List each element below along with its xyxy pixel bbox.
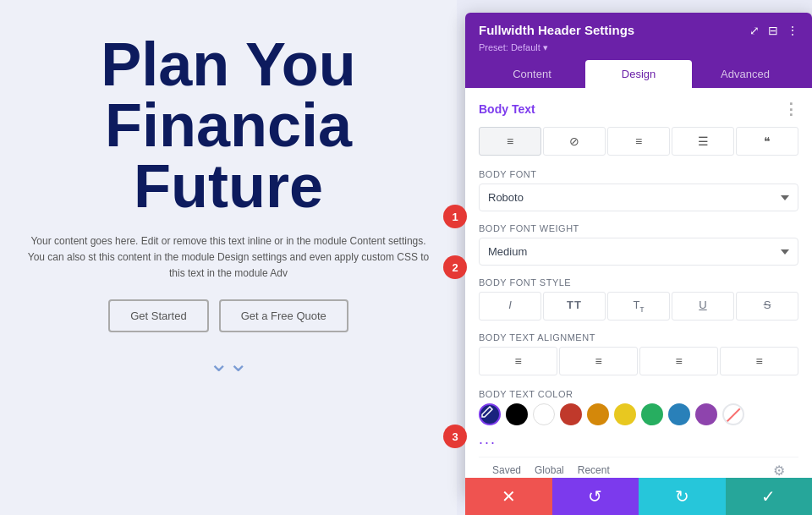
cancel-button[interactable]: ✕ <box>465 478 552 515</box>
panel-body: Body Text ⋮ ≡ ⊘ ≡ ☰ ❝ Body Font Roboto B… <box>465 88 812 496</box>
italic-button[interactable]: I <box>479 292 541 321</box>
panel-preset[interactable]: Preset: Default ▾ <box>479 42 798 53</box>
body-font-label: Body Font <box>479 169 798 179</box>
panel-header: Fullwidth Header Settings ⤢ ⊟ ⋮ Preset: … <box>465 13 812 88</box>
uppercase-button[interactable]: TT <box>543 292 606 321</box>
color-swatches <box>479 403 798 425</box>
align-left-button[interactable]: ≡ <box>607 127 670 156</box>
scroll-down-icon: ⌄⌄ <box>209 349 248 377</box>
text-align-center-button[interactable]: ≡ <box>559 347 638 375</box>
more-options-dots[interactable]: ··· <box>479 434 798 452</box>
body-font-style-label: Body Font Style <box>479 277 798 288</box>
text-align-row: ≡ ⊘ ≡ ☰ ❝ <box>479 127 798 156</box>
font-style-row: I TT Tт U S <box>479 292 798 321</box>
section-body-text-label: Body Text <box>479 102 535 116</box>
panel-title: Fullwidth Header Settings <box>479 23 634 37</box>
align-none-button[interactable]: ⊘ <box>543 127 606 156</box>
footer-labels: Saved Global Recent <box>492 464 610 476</box>
text-align-justify-button[interactable]: ≡ <box>720 347 798 375</box>
strikethrough-button[interactable]: S <box>736 292 798 321</box>
swatch-white[interactable] <box>533 403 555 425</box>
underline-button[interactable]: U <box>672 292 734 321</box>
align-quote-button[interactable]: ❝ <box>736 127 798 156</box>
badge-step-1: 1 <box>443 205 467 228</box>
text-align-right-button[interactable]: ≡ <box>639 347 718 375</box>
body-text-alignment-label: Body Text Alignment <box>479 332 798 342</box>
swatch-blue[interactable] <box>668 403 690 425</box>
badge-step-2: 2 <box>443 255 467 279</box>
panel-tabs: Content Design Advanced <box>479 60 798 88</box>
get-started-button[interactable]: Get Started <box>108 299 208 332</box>
webpage-preview: Plan You Financia Future Your content go… <box>0 0 457 515</box>
tab-design[interactable]: Design <box>585 60 692 88</box>
columns-icon[interactable]: ⊟ <box>768 24 778 37</box>
swatch-green[interactable] <box>641 403 663 425</box>
tab-content[interactable]: Content <box>479 60 585 88</box>
swatch-black[interactable] <box>506 403 528 425</box>
badge-step-3: 3 <box>443 425 467 448</box>
swatch-transparent[interactable] <box>722 403 744 425</box>
color-picker-button[interactable] <box>479 403 501 425</box>
hero-title: Plan You Financia Future <box>101 34 355 216</box>
swatch-orange[interactable] <box>587 403 609 425</box>
body-font-select[interactable]: Roboto <box>479 184 798 211</box>
body-font-weight-label: Body Font Weight <box>479 223 798 233</box>
text-align-left-button[interactable]: ≡ <box>479 347 557 375</box>
section-body-text: Body Text ⋮ <box>479 100 798 118</box>
action-bar: ✕ ↺ ↻ ✓ <box>465 478 812 515</box>
body-text-color-label: Body Text Color <box>479 389 798 399</box>
body-text: Your content goes here. Edit or remove t… <box>17 233 440 282</box>
settings-icon[interactable]: ⚙ <box>773 463 785 479</box>
panel-header-icons: ⤢ ⊟ ⋮ <box>749 24 798 37</box>
panel-header-top: Fullwidth Header Settings ⤢ ⊟ ⋮ <box>479 23 798 37</box>
saved-tab[interactable]: Saved <box>492 464 521 476</box>
align-right-button[interactable]: ☰ <box>672 127 734 156</box>
settings-panel: Fullwidth Header Settings ⤢ ⊟ ⋮ Preset: … <box>465 13 812 496</box>
button-row: Get Started Get a Free Quote <box>108 299 348 332</box>
capitalize-button[interactable]: Tт <box>607 292 670 321</box>
swatch-yellow[interactable] <box>614 403 636 425</box>
get-free-quote-button[interactable]: Get a Free Quote <box>219 299 348 332</box>
more-options-icon[interactable]: ⋮ <box>787 24 798 37</box>
text-alignment-row: ≡ ≡ ≡ ≡ <box>479 347 798 375</box>
recent-tab[interactable]: Recent <box>578 464 610 476</box>
redo-button[interactable]: ↻ <box>639 478 726 515</box>
body-font-weight-select[interactable]: Medium <box>479 238 798 266</box>
save-button[interactable]: ✓ <box>726 478 813 515</box>
undo-button[interactable]: ↺ <box>552 478 639 515</box>
align-center-button[interactable]: ≡ <box>479 127 541 156</box>
section-options-button[interactable]: ⋮ <box>783 100 798 118</box>
global-tab[interactable]: Global <box>535 464 564 476</box>
swatch-red[interactable] <box>560 403 582 425</box>
tab-advanced[interactable]: Advanced <box>692 60 798 88</box>
swatch-purple[interactable] <box>695 403 717 425</box>
expand-icon[interactable]: ⤢ <box>749 24 760 37</box>
